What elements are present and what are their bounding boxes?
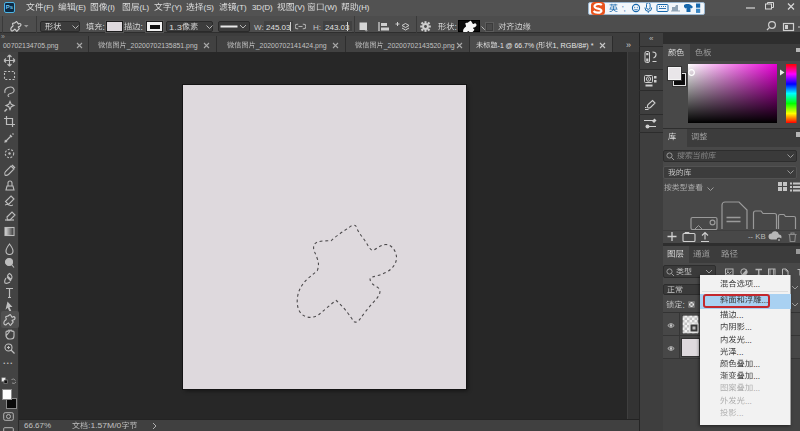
svg-text:(W): (W) <box>324 3 337 12</box>
svg-text:3D(D): 3D(D) <box>252 3 273 12</box>
svg-text:...: ... <box>744 395 751 405</box>
svg-text:1.3: 1.3 <box>169 22 182 31</box>
svg-text:_20200702143520.png: _20200702143520.png <box>383 42 455 50</box>
svg-text:00702134705.png: 00702134705.png <box>3 42 59 50</box>
svg-text:_20200702135851.png: _20200702135851.png <box>126 42 198 50</box>
svg-text::: : <box>140 22 142 31</box>
svg-text:(Y): (Y) <box>171 3 182 12</box>
svg-text::: : <box>682 300 684 309</box>
svg-text:...: ... <box>736 310 743 320</box>
svg-text:...: ... <box>753 279 760 289</box>
svg-text:(T): (T) <box>237 3 247 12</box>
svg-text:(S): (S) <box>204 3 215 12</box>
svg-text::: : <box>102 22 104 31</box>
svg-text:...: ... <box>736 347 743 357</box>
svg-text:',: ', <box>622 4 626 13</box>
svg-text:-- KB: -- KB <box>748 232 766 241</box>
svg-text:_20200702141424.png: _20200702141424.png <box>254 42 326 50</box>
svg-text:(I): (I) <box>107 3 115 12</box>
svg-text:1, RGB/8#) *: 1, RGB/8#) * <box>552 42 593 50</box>
svg-text:66.67%: 66.67% <box>24 422 51 431</box>
svg-text:H:: H: <box>313 22 321 31</box>
svg-text:(L): (L) <box>139 3 149 12</box>
svg-text:...: ... <box>753 359 760 369</box>
svg-text::1.57M/0: :1.57M/0 <box>88 422 122 431</box>
svg-text:(F): (F) <box>43 3 53 12</box>
svg-text:...: ... <box>753 371 760 381</box>
svg-text:W:: W: <box>254 22 264 31</box>
svg-text:...: ... <box>753 383 760 393</box>
svg-text:-1 @ 66.7% (: -1 @ 66.7% ( <box>497 42 538 50</box>
svg-text::: : <box>454 22 456 31</box>
svg-text:»: » <box>626 40 631 50</box>
svg-text:(H): (H) <box>359 3 370 12</box>
svg-text:»: » <box>1 33 5 40</box>
svg-text:...: ... <box>736 408 743 418</box>
svg-text:...: ... <box>744 322 751 332</box>
svg-text:245.03: 245.03 <box>266 22 291 31</box>
svg-text:«: « <box>649 34 654 43</box>
svg-text:(E): (E) <box>75 3 86 12</box>
svg-text:(V): (V) <box>294 3 305 12</box>
svg-text:...: ... <box>744 334 751 344</box>
svg-text:243.03: 243.03 <box>325 22 350 31</box>
